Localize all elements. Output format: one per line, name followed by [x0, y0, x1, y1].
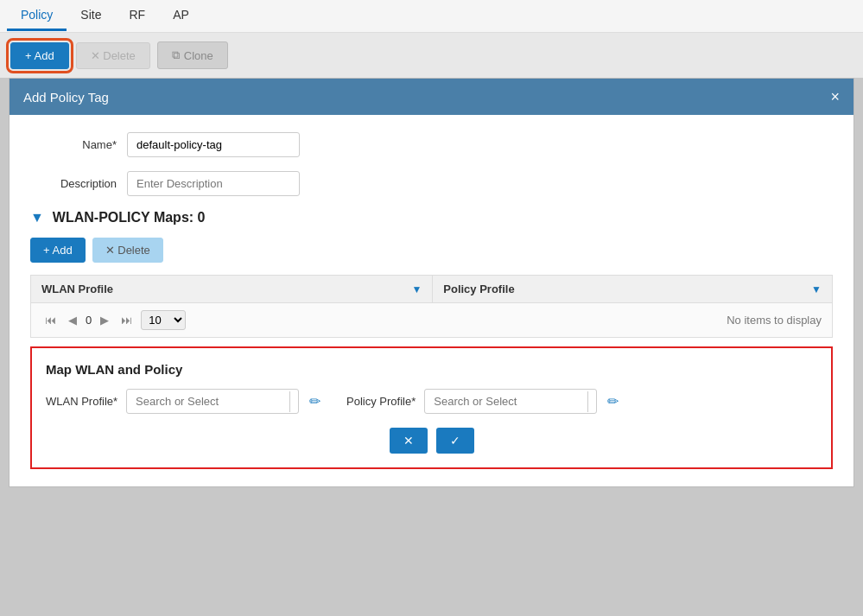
clone-icon: ⧉ — [172, 48, 180, 62]
wlan-delete-button[interactable]: ✕ Delete — [92, 238, 163, 263]
tab-policy[interactable]: Policy — [7, 1, 67, 31]
tab-site[interactable]: Site — [67, 1, 115, 31]
last-page-button[interactable]: ⏭ — [117, 312, 136, 328]
wlan-section-title: WLAN-POLICY Maps: 0 — [53, 210, 206, 225]
policy-dropdown-arrow-icon[interactable]: ▼ — [587, 391, 597, 412]
map-section-title: Map WLAN and Policy — [46, 362, 817, 377]
wlan-edit-icon[interactable]: ✏ — [309, 393, 320, 410]
wlan-profile-label: WLAN Profile* — [46, 395, 117, 408]
wlan-profile-select-wrapper[interactable]: ▼ — [126, 389, 299, 414]
map-cancel-button[interactable]: ✕ — [390, 428, 428, 454]
wlan-profile-input[interactable] — [127, 390, 289, 413]
modal-close-button[interactable]: × — [830, 89, 840, 105]
main-toolbar: + Add ✕ Delete ⧉ Clone — [0, 33, 863, 78]
description-label: Description — [30, 177, 117, 190]
pagination-bar: ⏮ ◀ 0 ▶ ⏭ 10 25 50 100 No items to displ… — [30, 303, 833, 338]
wlan-inner-toolbar: + Add ✕ Delete — [30, 238, 833, 263]
policy-profile-label: Policy Profile* — [346, 395, 416, 408]
map-fields-row: WLAN Profile* ▼ ✏ Policy Profile* ▼ ✏ — [46, 389, 817, 414]
policy-filter-icon[interactable]: ▼ — [811, 283, 822, 295]
modal-body: Name* Description ▼ WLAN-POLICY Maps: 0 … — [10, 115, 853, 486]
col-wlan-profile: WLAN Profile ▼ — [31, 276, 433, 303]
add-button[interactable]: + Add — [10, 42, 69, 69]
page-size-select[interactable]: 10 25 50 100 — [141, 310, 186, 330]
wlan-dropdown-arrow-icon[interactable]: ▼ — [289, 391, 299, 412]
description-form-row: Description — [30, 171, 833, 196]
policy-profile-input[interactable] — [425, 390, 587, 413]
name-label: Name* — [30, 138, 117, 151]
prev-page-button[interactable]: ◀ — [65, 312, 80, 328]
name-form-row: Name* — [30, 132, 833, 157]
map-confirm-button[interactable]: ✓ — [436, 428, 474, 454]
map-action-buttons: ✕ ✓ — [46, 428, 817, 454]
modal-add-policy-tag: Add Policy Tag × Name* Description ▼ WLA… — [9, 78, 854, 487]
policy-profile-select-wrapper[interactable]: ▼ — [424, 389, 597, 414]
delete-button[interactable]: ✕ Delete — [76, 42, 150, 69]
policy-edit-icon[interactable]: ✏ — [607, 393, 619, 410]
first-page-button[interactable]: ⏮ — [41, 312, 60, 328]
page-number: 0 — [86, 314, 92, 327]
top-nav: Policy Site RF AP — [0, 0, 863, 33]
modal-title: Add Policy Tag — [23, 90, 109, 105]
name-input[interactable] — [127, 132, 300, 157]
col-policy-profile: Policy Profile ▼ — [433, 276, 833, 303]
tab-rf[interactable]: RF — [115, 1, 159, 31]
tab-ap[interactable]: AP — [159, 1, 203, 31]
wlan-filter-icon[interactable]: ▼ — [411, 283, 422, 295]
no-items-text: No items to display — [727, 314, 822, 327]
wlan-section-header: ▼ WLAN-POLICY Maps: 0 — [30, 210, 833, 225]
wlan-policy-table: WLAN Profile ▼ Policy Profile ▼ — [30, 275, 833, 303]
description-input[interactable] — [127, 171, 300, 196]
next-page-button[interactable]: ▶ — [97, 312, 112, 328]
table-header-row: WLAN Profile ▼ Policy Profile ▼ — [31, 276, 833, 303]
section-chevron-icon[interactable]: ▼ — [30, 210, 44, 225]
wlan-add-button[interactable]: + Add — [30, 238, 86, 263]
map-wlan-section: Map WLAN and Policy WLAN Profile* ▼ ✏ Po… — [30, 346, 833, 469]
modal-header: Add Policy Tag × — [10, 79, 853, 115]
clone-button[interactable]: ⧉ Clone — [157, 41, 228, 69]
